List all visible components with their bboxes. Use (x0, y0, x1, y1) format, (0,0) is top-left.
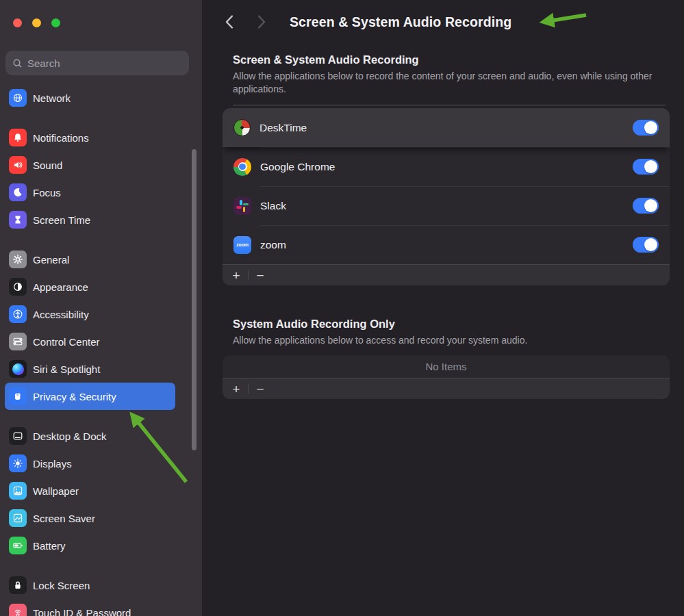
chrome-icon (233, 158, 251, 176)
sidebar-item-control-center[interactable]: Control Center (5, 328, 175, 355)
sidebar-item-label: Desktop & Dock (33, 431, 107, 442)
sidebar-item-label: Sound (33, 159, 62, 171)
dock-icon (9, 427, 27, 445)
sidebar-item-label: Network (33, 92, 71, 104)
sidebar-item-wallpaper[interactable]: Wallpaper (5, 477, 175, 504)
sidebar-item-siri-spotlight[interactable]: Siri & Spotlight (5, 355, 175, 383)
bell-icon (9, 129, 27, 146)
add-app-button[interactable]: + (231, 269, 241, 282)
chevron-left-icon (225, 14, 234, 29)
divider (233, 105, 666, 105)
divider (248, 384, 249, 394)
screen-recording-list-actions: + − (223, 264, 670, 285)
app-row-slack: Slack (223, 186, 670, 225)
app-row-google-chrome: Google Chrome (223, 147, 670, 186)
sidebar-item-screen-saver[interactable]: Screen Saver (5, 504, 175, 532)
sidebar-item-label: Privacy & Security (33, 391, 116, 402)
sidebar-item-label: Appearance (33, 281, 88, 293)
sidebar-item-label: General (33, 254, 69, 266)
sidebar-item-label: Battery (33, 540, 66, 552)
empty-list-placeholder: No Items (223, 355, 670, 378)
page-title: Screen & System Audio Recording (290, 14, 511, 30)
siri-icon (9, 360, 27, 378)
sidebar-item-label: Focus (33, 187, 61, 198)
screen-recording-section-description: Allow the applications below to record t… (233, 70, 656, 96)
sidebar-item-desktop-dock[interactable]: Desktop & Dock (5, 422, 175, 450)
globe-icon (9, 89, 27, 107)
system-audio-app-list: No Items + − (223, 355, 670, 399)
add-app-button[interactable]: + (231, 383, 241, 396)
battery-icon (9, 537, 27, 554)
zoom-window-button[interactable] (51, 18, 60, 27)
sidebar-item-displays[interactable]: Displays (5, 450, 175, 477)
slack-icon (233, 197, 251, 215)
divider (248, 270, 249, 280)
sidebar-item-label: Siri & Spotlight (33, 363, 100, 375)
zoom-toggle[interactable] (633, 237, 659, 253)
sidebar-item-notifications[interactable]: Notifications (5, 124, 175, 151)
system-audio-section-description: Allow the applications below to access a… (233, 334, 656, 347)
sidebar-item-sound[interactable]: Sound (5, 151, 175, 179)
wallpaper-icon (9, 482, 27, 500)
hand-icon (9, 387, 27, 405)
sidebar-item-appearance[interactable]: Appearance (5, 273, 175, 300)
app-name: Google Chrome (260, 161, 335, 173)
sidebar-item-label: Wallpaper (33, 485, 79, 497)
remove-app-button[interactable]: − (255, 383, 265, 396)
sidebar-item-label: Screen Time (33, 214, 90, 226)
sun-icon (9, 454, 27, 472)
sidebar-item-general[interactable]: General (5, 246, 175, 273)
remove-app-button[interactable]: − (255, 269, 265, 282)
sidebar-item-label: Screen Saver (33, 513, 95, 524)
lock-icon (9, 576, 27, 594)
hourglass-icon (9, 211, 27, 229)
sidebar-item-lock-screen[interactable]: Lock Screen (5, 572, 175, 599)
app-name: DeskTime (259, 122, 307, 134)
minimize-window-button[interactable] (32, 18, 41, 27)
sidebar-item-network[interactable]: Network (5, 84, 175, 112)
sidebar-item-label: Accessibility (33, 309, 89, 320)
google-chrome-toggle[interactable] (633, 159, 659, 175)
window-controls (13, 18, 60, 27)
system-audio-list-actions: + − (223, 378, 670, 399)
moon-icon (9, 183, 27, 201)
chevron-right-icon (257, 14, 266, 29)
forward-button[interactable] (257, 14, 266, 31)
fingerprint-icon (9, 604, 27, 616)
sidebar-item-label: Displays (33, 458, 72, 470)
desktime-toggle[interactable] (633, 120, 659, 136)
speaker-icon (9, 156, 27, 174)
sidebar-item-battery[interactable]: Battery (5, 532, 175, 559)
desktime-icon (233, 119, 251, 136)
sidebar-item-focus[interactable]: Focus (5, 179, 175, 206)
search-input[interactable] (27, 57, 182, 69)
zoom-icon: zoom (233, 236, 251, 254)
control-center-icon (9, 333, 27, 350)
back-button[interactable] (225, 14, 234, 31)
sidebar-scrollbar[interactable] (192, 149, 197, 450)
app-name: zoom (260, 239, 286, 251)
accessibility-icon (9, 305, 27, 323)
sidebar-item-accessibility[interactable]: Accessibility (5, 300, 175, 328)
search-icon (12, 58, 23, 68)
app-row-desktime: DeskTime (223, 108, 670, 147)
main-pane: Screen & System Audio Recording Screen &… (202, 0, 684, 616)
sidebar-item-label: Control Center (33, 336, 100, 348)
sidebar-item-label: Lock Screen (33, 580, 90, 591)
system-audio-section-title: System Audio Recording Only (233, 318, 395, 331)
close-window-button[interactable] (13, 18, 22, 27)
screen-recording-app-list: DeskTime Google Chrome Slack zoom zoom +… (223, 108, 670, 285)
slack-toggle[interactable] (633, 198, 659, 214)
sidebar: Network Notifications Sound Focus (0, 0, 202, 616)
sidebar-item-label: Notifications (33, 132, 89, 144)
screensaver-icon (9, 509, 27, 527)
sidebar-item-touch-id-password[interactable]: Touch ID & Password (5, 599, 175, 616)
app-row-zoom: zoom zoom (223, 225, 670, 264)
search-field[interactable] (5, 51, 189, 75)
app-name: Slack (260, 200, 286, 212)
screen-recording-section-title: Screen & System Audio Recording (233, 53, 419, 66)
gear-icon (9, 251, 27, 268)
sidebar-item-screen-time[interactable]: Screen Time (5, 206, 175, 233)
appearance-icon (9, 278, 27, 296)
sidebar-item-privacy-security[interactable]: Privacy & Security (5, 383, 175, 410)
